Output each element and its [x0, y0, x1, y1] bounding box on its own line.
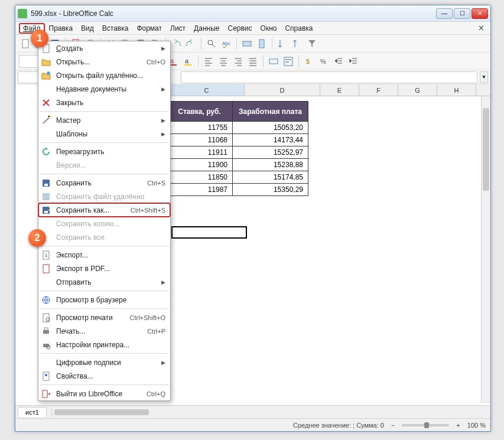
col-icon[interactable]: [255, 37, 268, 50]
toolbar-separator: [198, 56, 199, 67]
toolbar-separator: [272, 38, 272, 50]
properties-icon: [41, 371, 51, 382]
menu-reload[interactable]: Перезагрузить: [38, 145, 170, 158]
menu-open-remote[interactable]: Открыть файл удалённо...: [38, 69, 170, 82]
callout-badge-2: 2: [28, 229, 46, 247]
sheet-tab-1[interactable]: ист1: [18, 407, 47, 417]
browser-icon: [41, 295, 51, 305]
reload-icon: [41, 146, 51, 157]
highlight-icon[interactable]: a: [181, 55, 194, 68]
svg-rect-39: [43, 330, 49, 334]
svg-rect-35: [43, 265, 49, 273]
find-icon[interactable]: [205, 37, 218, 50]
menu-insert[interactable]: Вставка: [98, 23, 133, 34]
align-right-icon[interactable]: [232, 55, 245, 68]
menu-format[interactable]: Формат: [132, 23, 166, 34]
sheet-tabs: ист1: [15, 405, 490, 418]
column-headers: C D E F G H: [169, 84, 490, 96]
window-title: 599.xlsx - LibreOffice Calc: [31, 9, 436, 18]
vertical-scrollbar[interactable]: [481, 96, 490, 403]
document-close-button[interactable]: ✕: [476, 24, 487, 32]
menu-printer-settings[interactable]: Настройки принтера...: [38, 338, 170, 351]
svg-point-13: [208, 40, 213, 45]
menu-export-pdf[interactable]: Экспорт в PDF...: [38, 262, 170, 275]
svg-rect-40: [44, 328, 48, 330]
menu-print[interactable]: Печать...Ctrl+P: [38, 324, 170, 338]
undo-icon[interactable]: [170, 37, 183, 50]
svg-rect-15: [243, 41, 251, 46]
merge-cells-icon[interactable]: [267, 55, 280, 68]
menu-new[interactable]: Создать▶: [38, 41, 170, 55]
new-doc-icon[interactable]: [19, 37, 32, 50]
sort-asc-icon[interactable]: [276, 37, 289, 50]
col-header-g[interactable]: G: [398, 84, 437, 96]
zoom-thumb[interactable]: [424, 422, 429, 428]
status-avg-sum: Среднее значение: ; Сумма: 0: [293, 422, 384, 429]
col-header-e[interactable]: E: [320, 84, 359, 96]
row-icon[interactable]: [240, 37, 253, 50]
menu-print-preview[interactable]: Просмотр печатиCtrl+Shift+O: [38, 311, 170, 324]
currency-icon[interactable]: $: [303, 55, 316, 68]
sort-desc-icon[interactable]: [291, 37, 304, 50]
decrease-indent-icon[interactable]: [347, 55, 360, 68]
zoom-value: 100 %: [467, 422, 486, 429]
zoom-out-icon[interactable]: −: [391, 422, 395, 429]
menu-preview-browser[interactable]: Просмотр в браузере: [38, 293, 170, 307]
menu-export[interactable]: Экспорт...: [38, 248, 170, 262]
hscroll-thumb[interactable]: [54, 409, 149, 415]
align-center-icon[interactable]: [217, 55, 230, 68]
menu-recent[interactable]: Недавние документы▶: [38, 82, 170, 96]
menu-help[interactable]: Справка: [281, 23, 317, 34]
menu-data[interactable]: Данные: [190, 23, 223, 34]
menu-window[interactable]: Окно: [256, 23, 281, 34]
menu-exit[interactable]: Выйти из LibreOfficeCtrl+Q: [38, 387, 170, 400]
filter-icon[interactable]: [305, 37, 318, 50]
align-left-icon[interactable]: [202, 55, 215, 68]
menu-sheet[interactable]: Лист: [166, 23, 190, 34]
minimize-button[interactable]: —: [436, 8, 453, 19]
menu-save-as[interactable]: Сохранить как...Ctrl+Shift+S: [38, 203, 170, 217]
svg-text:a: a: [170, 57, 174, 64]
spellcheck-icon[interactable]: Abc: [220, 37, 233, 50]
toolbar-separator: [236, 38, 237, 50]
menu-view[interactable]: Вид: [77, 23, 98, 34]
menubar: Файл Правка Вид Вставка Формат Лист Данн…: [15, 22, 490, 35]
scrollbar-thumb[interactable]: [483, 108, 489, 191]
save-as-icon: [41, 205, 51, 216]
svg-rect-24: [284, 57, 292, 66]
redo-icon[interactable]: [184, 37, 197, 50]
status-bar: Среднее значение: ; Сумма: 0 − + 100 %: [15, 418, 490, 431]
menu-edit[interactable]: Правка: [45, 23, 77, 34]
menu-properties[interactable]: Свойства...: [38, 369, 170, 383]
open-icon: [41, 57, 51, 67]
wrap-text-icon[interactable]: [282, 55, 295, 68]
menu-tools[interactable]: Сервис: [223, 23, 256, 34]
menu-close-doc[interactable]: Закрыть: [38, 96, 170, 109]
col-header-d[interactable]: D: [245, 84, 320, 96]
formula-expand-icon[interactable]: ▼: [480, 71, 488, 83]
zoom-slider[interactable]: [402, 424, 449, 426]
save-icon: [41, 178, 51, 188]
svg-text:%: %: [320, 58, 326, 65]
menu-open[interactable]: Открыть...Ctrl+O: [38, 55, 170, 69]
wizard-icon: [41, 115, 51, 126]
align-justify-icon[interactable]: [246, 55, 259, 68]
col-header-c[interactable]: C: [169, 84, 245, 96]
menu-save[interactable]: СохранитьCtrl+S: [38, 176, 170, 190]
menu-templates[interactable]: Шаблоны▶: [38, 127, 170, 141]
menu-save-copy[interactable]: Сохранить копию...: [38, 217, 170, 230]
menu-send[interactable]: Отправить▶: [38, 275, 170, 289]
col-header-f[interactable]: F: [359, 84, 398, 96]
save-remote-icon: [41, 191, 51, 202]
increase-indent-icon[interactable]: [332, 55, 345, 68]
col-header-h[interactable]: H: [437, 84, 476, 96]
percent-icon[interactable]: %: [317, 55, 330, 68]
maximize-button[interactable]: ☐: [454, 8, 470, 19]
horizontal-scrollbar[interactable]: [51, 408, 490, 416]
close-button[interactable]: ✕: [472, 8, 488, 19]
menu-digital-sign[interactable]: Цифровые подписи▶: [38, 356, 170, 369]
zoom-in-icon[interactable]: +: [456, 422, 460, 429]
menu-wizard[interactable]: Мастер▶: [38, 113, 170, 127]
export-icon: [41, 250, 51, 260]
formula-input[interactable]: [181, 71, 477, 83]
